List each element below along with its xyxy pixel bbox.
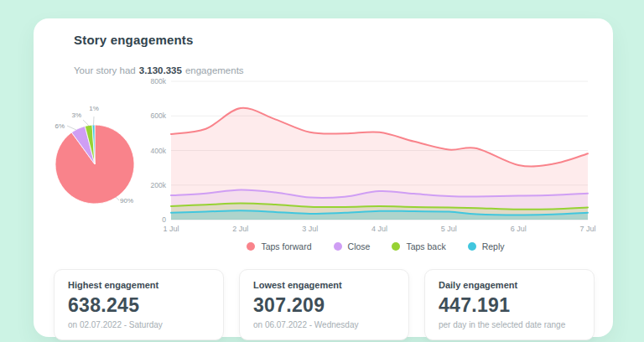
- subtitle-prefix: Your story had: [74, 65, 136, 75]
- close-dot-icon: [334, 242, 342, 251]
- svg-text:1%: 1%: [89, 105, 99, 112]
- stat-note: on 02.07.2022 - Saturday: [68, 320, 210, 329]
- taps-back-dot-icon: [392, 242, 400, 251]
- svg-text:0: 0: [162, 215, 166, 224]
- stats-row: Highest engagement 638.245 on 02.07.2022…: [54, 269, 595, 340]
- stat-value: 447.191: [439, 294, 580, 317]
- stat-title: Lowest engagement: [253, 280, 395, 290]
- svg-text:2 Jul: 2 Jul: [232, 225, 248, 233]
- stat-note: per day in the selected date range: [439, 320, 580, 329]
- svg-text:3%: 3%: [71, 111, 81, 119]
- svg-text:800k: 800k: [151, 77, 167, 86]
- legend-item-taps-back[interactable]: Taps back: [392, 241, 445, 251]
- stat-card-daily-engagement: Daily engagement 447.191 per day in the …: [424, 269, 595, 340]
- legend-label: Reply: [482, 241, 505, 251]
- story-engagements-panel: Story engagements Your story had 3.130.3…: [34, 18, 613, 337]
- taps-forward-dot-icon: [247, 242, 255, 251]
- svg-text:3 Jul: 3 Jul: [302, 225, 318, 233]
- engagement-breakdown-pie-chart[interactable]: 90%6%3%1%: [40, 99, 149, 216]
- svg-text:6 Jul: 6 Jul: [511, 225, 527, 233]
- stat-value: 307.209: [253, 294, 395, 317]
- engagements-count: 3.130.335: [139, 65, 182, 75]
- panel-subtitle: Your story had 3.130.335 engagements: [74, 65, 244, 75]
- svg-text:400k: 400k: [151, 147, 167, 155]
- reply-dot-icon: [468, 242, 476, 251]
- svg-text:90%: 90%: [120, 197, 133, 205]
- stat-title: Daily engagement: [439, 280, 580, 290]
- svg-text:4 Jul: 4 Jul: [371, 225, 387, 233]
- stat-title: Highest engagement: [68, 280, 210, 290]
- svg-text:5 Jul: 5 Jul: [441, 225, 457, 233]
- page-title: Story engagements: [74, 33, 194, 47]
- legend-label: Close: [348, 241, 371, 251]
- chart-legend: Taps forward Close Taps back Reply: [141, 241, 610, 251]
- stat-note: on 06.07.2022 - Wednesday: [253, 320, 395, 329]
- subtitle-suffix: engagements: [185, 65, 244, 75]
- legend-item-reply[interactable]: Reply: [468, 241, 505, 251]
- legend-label: Taps forward: [261, 241, 311, 251]
- stat-card-highest-engagement: Highest engagement 638.245 on 02.07.2022…: [54, 269, 224, 340]
- legend-item-taps-forward[interactable]: Taps forward: [247, 241, 311, 251]
- svg-text:200k: 200k: [151, 181, 167, 189]
- svg-text:6%: 6%: [55, 122, 65, 130]
- legend-label: Taps back: [406, 241, 445, 251]
- legend-item-close[interactable]: Close: [334, 241, 371, 251]
- engagement-timeline-area-chart[interactable]: 0200k400k600k800k1 Jul2 Jul3 Jul4 Jul5 J…: [141, 75, 610, 239]
- stat-card-lowest-engagement: Lowest engagement 307.209 on 06.07.2022 …: [239, 269, 409, 340]
- stat-value: 638.245: [68, 294, 210, 317]
- svg-text:600k: 600k: [151, 111, 167, 120]
- svg-text:1 Jul: 1 Jul: [163, 225, 179, 233]
- svg-text:7 Jul: 7 Jul: [579, 225, 595, 233]
